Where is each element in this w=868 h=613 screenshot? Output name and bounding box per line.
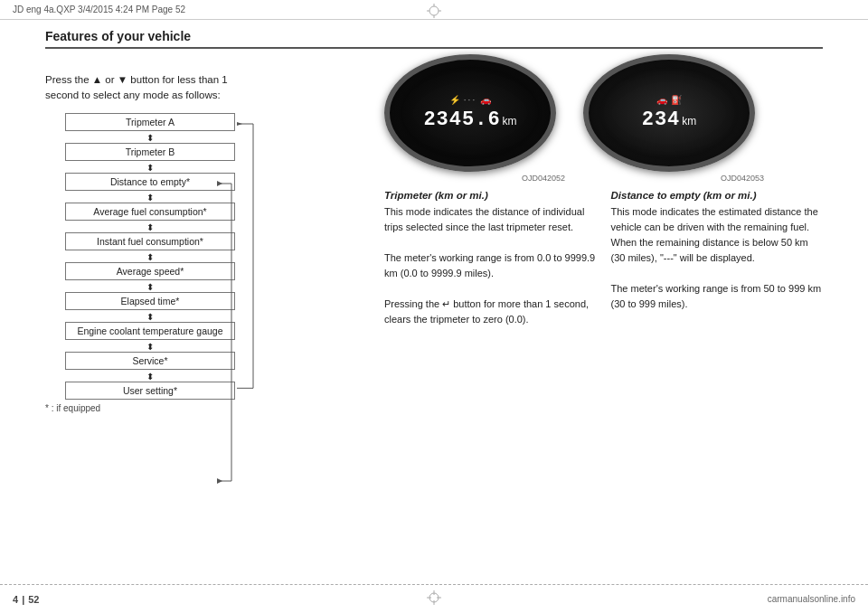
- gauge-value-row-trip: 2345.6 km: [423, 108, 516, 131]
- main-content: Press the ▲ or ▼ button for less than 1 …: [45, 54, 823, 577]
- left-column: Press the ▲ or ▼ button for less than 1 …: [45, 72, 380, 413]
- right-column: ⚡ ··· 🚗 2345.6 km OJD042052 🚗 ⛽: [384, 54, 823, 327]
- dte-description: Distance to empty (km or mi.) This mode …: [611, 190, 824, 327]
- arrow-7: ⬍: [65, 342, 235, 352]
- images-row: ⚡ ··· 🚗 2345.6 km OJD042052 🚗 ⛽: [384, 54, 823, 183]
- menu-item-coolant-temp: Engine coolant temperature gauge: [65, 322, 235, 340]
- page-number: 4 | 52: [13, 594, 39, 605]
- crosshair-icon: [427, 590, 441, 605]
- page-num: 52: [28, 594, 39, 605]
- car-icon-2: 🚗: [656, 95, 667, 105]
- arrow-6: ⬍: [65, 312, 235, 322]
- arrow-4: ⬍: [65, 252, 235, 262]
- menu-system: Tripmeter A ⬍ Tripmeter B ⬍ Distance to …: [45, 113, 280, 400]
- battery-icon: ⚡: [449, 95, 460, 105]
- menu-item-tripmeter-a: Tripmeter A: [65, 113, 235, 131]
- page-sep: |: [22, 594, 24, 605]
- gauge-icon-row-dte: 🚗 ⛽: [656, 95, 682, 105]
- menu-item-service: Service*: [65, 352, 235, 370]
- crosshair-center: [427, 590, 441, 608]
- dte-desc-body: This mode indicates the estimated distan…: [611, 204, 824, 312]
- tripmeter-description: Tripmeter (km or mi.) This mode indicate…: [384, 190, 597, 327]
- footer-bar: 4 | 52 carmanualsonline.info: [0, 584, 868, 613]
- dte-gauge-container: 🚗 ⛽ 234 km OJD042053: [583, 54, 764, 183]
- menu-item-distance-empty: Distance to empty*: [65, 173, 235, 191]
- arrow-1: ⬍: [65, 163, 235, 173]
- tripmeter-unit: km: [503, 115, 517, 127]
- arrow-5: ⬍: [65, 282, 235, 292]
- arrow-2: ⬍: [65, 193, 235, 203]
- intro-text: Press the ▲ or ▼ button for less than 1 …: [45, 72, 380, 104]
- arrow-8: ⬍: [65, 372, 235, 382]
- tripmeter-value: 2345.6: [423, 108, 500, 131]
- dots-indicator: ···: [464, 95, 476, 105]
- svg-marker-3: [237, 122, 242, 126]
- tripmeter-gauge-display: ⚡ ··· 🚗 2345.6 km: [384, 54, 556, 172]
- site-watermark: carmanualsonline.info: [768, 594, 855, 604]
- chapter-number: 4: [13, 594, 18, 605]
- menu-item-user-setting: User setting*: [65, 382, 235, 400]
- dte-gauge-display: 🚗 ⛽ 234 km: [583, 54, 755, 172]
- header-text: JD eng 4a.QXP 3/4/2015 4:24 PM Page 52: [13, 5, 185, 14]
- menu-item-instant-fuel: Instant fuel consumption*: [65, 232, 235, 250]
- car-icon: 🚗: [480, 95, 491, 105]
- menu-item-tripmeter-b: Tripmeter B: [65, 143, 235, 161]
- menu-item-elapsed-time: Elapsed time*: [65, 292, 235, 310]
- dte-value: 234: [642, 108, 681, 131]
- dte-desc-title: Distance to empty (km or mi.): [611, 190, 824, 201]
- tripmeter-desc-body: This mode indicates the distance of indi…: [384, 204, 597, 327]
- gauge-icon-row-trip: ⚡ ··· 🚗: [449, 95, 491, 105]
- arrow-3: ⬍: [65, 222, 235, 232]
- tripmeter-desc-title: Tripmeter (km or mi.): [384, 190, 597, 201]
- dte-caption: OJD042053: [583, 174, 764, 183]
- menu-item-avg-speed: Average speed*: [65, 262, 235, 280]
- page-title: Features of your vehicle: [45, 20, 823, 49]
- crosshair-top-icon: [427, 4, 441, 18]
- dte-unit: km: [682, 115, 696, 127]
- tripmeter-caption: OJD042052: [384, 174, 565, 183]
- menu-item-avg-fuel: Average fuel consumption*: [65, 203, 235, 221]
- crosshair-top: [427, 4, 441, 21]
- gauge-value-row-dte: 234 km: [642, 108, 697, 131]
- footnote: * : if equipped: [45, 403, 380, 413]
- svg-point-15: [429, 6, 439, 15]
- fuel-icon: ⛽: [671, 95, 682, 105]
- arrow-0: ⬍: [65, 133, 235, 143]
- bracket-arrows-svg: [235, 113, 271, 400]
- tripmeter-gauge-container: ⚡ ··· 🚗 2345.6 km OJD042052: [384, 54, 565, 183]
- descriptions-row: Tripmeter (km or mi.) This mode indicate…: [384, 190, 823, 327]
